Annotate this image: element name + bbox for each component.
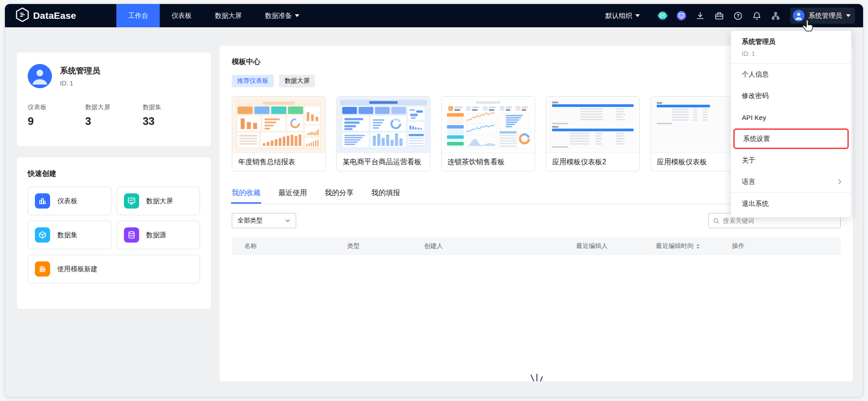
chevron-down-icon	[285, 218, 290, 223]
search-icon	[713, 218, 719, 224]
user-menu-header: 系统管理员 ID: 1	[731, 31, 851, 63]
template-card-title: 年度销售总结报表	[232, 153, 325, 171]
tab-my-shares[interactable]: 我的分享	[325, 188, 353, 204]
brand-name: DataEase	[33, 10, 76, 21]
database-icon	[124, 227, 139, 243]
profile-name: 系统管理员	[60, 65, 100, 76]
brand-logo[interactable]: DataEase	[5, 4, 88, 27]
column-header-last-edit-time[interactable]: 最近编辑时间	[656, 237, 700, 255]
create-from-template-button[interactable]: 使用模板新建	[28, 255, 200, 283]
user-menu-name: 系统管理员	[742, 38, 840, 46]
stat-dashboards: 仪表板 9	[28, 103, 85, 128]
help-icon[interactable]: ?	[730, 8, 745, 23]
template-card[interactable]: 某电商平台商品运营看板	[336, 96, 430, 171]
top-navbar: DataEase 工作台 仪表板 数据大屏 数据准备 默认组织	[5, 4, 863, 27]
toolbox-icon[interactable]	[711, 8, 727, 23]
navbar-right: 默认组织	[605, 4, 863, 27]
menu-item-change-password[interactable]: 修改密码	[731, 85, 851, 107]
menu-item-api-key[interactable]: API Key	[731, 107, 851, 128]
create-datasource-button[interactable]: 数据源	[117, 221, 200, 249]
nav-tab-datascreen[interactable]: 数据大屏	[203, 4, 253, 27]
create-dataset-button[interactable]: 数据集	[28, 221, 111, 249]
template-thumbnail	[442, 97, 535, 153]
svg-text:?: ?	[736, 13, 739, 18]
create-datascreen-button[interactable]: 数据大屏	[117, 187, 200, 215]
template-card-title: 应用模板仪表板	[651, 153, 744, 171]
ai-assistant-icon[interactable]	[674, 8, 689, 23]
template-card-title: 某电商平台商品运营看板	[337, 153, 430, 171]
profile-card: 系统管理员 ID: 1 仪表板 9 数据大屏 3 数据集 33	[17, 52, 211, 146]
column-header-type: 类型	[347, 237, 360, 255]
main-nav-tabs: 工作台 仪表板 数据大屏 数据准备	[116, 4, 311, 27]
screen-icon	[124, 193, 139, 209]
tab-my-reports[interactable]: 我的填报	[371, 188, 400, 204]
quick-create-card: 快速创建 仪表板	[17, 158, 211, 309]
nav-tab-dataprep[interactable]: 数据准备	[253, 4, 311, 27]
tag-recommended-dashboards[interactable]: 推荐仪表板	[232, 75, 274, 87]
org-switcher[interactable]: 默认组织	[605, 12, 640, 20]
avatar	[793, 10, 804, 21]
menu-item-system-settings[interactable]: 系统设置	[733, 128, 849, 149]
profile-id: ID: 1	[60, 80, 100, 87]
screen: DataEase 工作台 仪表板 数据大屏 数据准备 默认组织	[0, 0, 868, 401]
empty-state-illustration	[522, 373, 551, 381]
stat-datasets: 数据集 33	[143, 103, 200, 128]
tab-recently-used[interactable]: 最近使用	[278, 188, 307, 204]
template-thumbnail	[337, 97, 430, 153]
type-filter-select[interactable]: 全部类型	[232, 213, 296, 228]
template-thumbnail	[651, 97, 744, 153]
column-header-name: 名称	[244, 237, 257, 255]
user-dropdown-menu: 系统管理员 ID: 1 个人信息 修改密码 API Key 系统设置 关于 语言…	[731, 30, 851, 218]
template-card[interactable]: 年度销售总结报表	[232, 96, 326, 171]
column-header-last-editor: 最近编辑人	[576, 237, 608, 255]
table-header-row: 名称 类型 创建人 最近编辑人 最近编辑时间 操作	[232, 237, 841, 255]
chevron-down-icon	[846, 14, 851, 17]
org-tree-icon[interactable]	[768, 8, 783, 23]
bell-icon[interactable]	[749, 8, 764, 23]
menu-item-personal-info[interactable]: 个人信息	[731, 64, 851, 85]
quick-create-title: 快速创建	[28, 169, 200, 179]
menu-item-logout[interactable]: 退出系统	[731, 193, 851, 214]
cube-icon	[35, 227, 50, 243]
nav-tab-dashboard[interactable]: 仪表板	[160, 4, 203, 27]
column-header-actions: 操作	[732, 237, 745, 255]
template-card[interactable]: 连锁茶饮销售看板	[441, 96, 535, 171]
template-thumbnail	[232, 97, 325, 153]
template-card[interactable]: 应用模板仪表板2	[546, 96, 640, 171]
chevron-down-icon	[295, 14, 299, 17]
copilot-robot-icon[interactable]	[655, 8, 670, 23]
template-thumbnail	[546, 97, 639, 153]
tag-datascreens[interactable]: 数据大屏	[279, 75, 315, 87]
create-dashboard-button[interactable]: 仪表板	[28, 187, 111, 215]
menu-item-about[interactable]: 关于	[731, 149, 851, 171]
stat-datascreens: 数据大屏 3	[85, 103, 142, 128]
chevron-right-icon	[836, 179, 841, 184]
template-card-title: 应用模板仪表板2	[546, 153, 639, 171]
search-input[interactable]	[723, 217, 836, 224]
profile-stats: 仪表板 9 数据大屏 3 数据集 33	[28, 103, 200, 128]
chevron-down-icon	[635, 14, 640, 17]
template-icon	[35, 261, 50, 277]
sort-icon[interactable]	[696, 243, 700, 249]
template-card-title: 连锁茶饮销售看板	[442, 153, 535, 171]
download-icon[interactable]	[693, 8, 708, 23]
tab-my-favorites[interactable]: 我的收藏	[232, 188, 260, 204]
user-menu-trigger[interactable]: 系统管理员	[790, 8, 855, 24]
user-name: 系统管理员	[808, 12, 842, 20]
nav-tab-workspace[interactable]: 工作台	[116, 4, 160, 27]
menu-item-language[interactable]: 语言	[731, 171, 851, 192]
bar-chart-icon	[35, 193, 50, 209]
column-header-creator: 创建人	[424, 237, 443, 255]
avatar	[28, 64, 52, 88]
user-menu-id: ID: 1	[742, 50, 840, 57]
dataease-logo-icon	[16, 8, 29, 24]
